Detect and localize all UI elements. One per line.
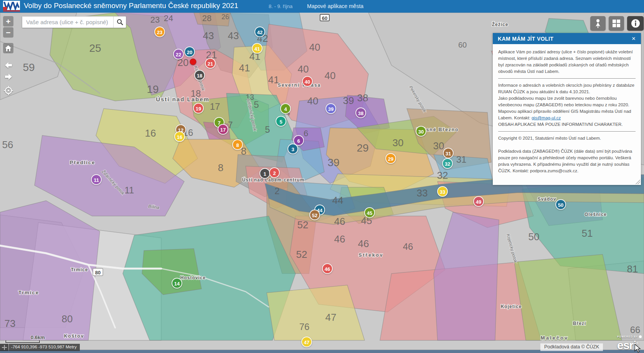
search-input[interactable] — [22, 16, 113, 28]
district-marker-52[interactable]: 52 — [310, 210, 320, 220]
district-marker-32[interactable]: 32 — [443, 158, 452, 168]
district-number-label: 40 — [298, 63, 309, 75]
district-marker-50[interactable]: 50 — [556, 200, 566, 209]
district-marker-5[interactable]: 5 — [276, 116, 286, 126]
previous-extent-button[interactable] — [3, 60, 13, 70]
panel-paragraph-disclaimer: OBSAH APLIKACE MÁ POUZE INFORMATIVNÍ CHA… — [498, 121, 636, 128]
polling-place-tool-button[interactable] — [590, 16, 606, 31]
district-marker-31[interactable]: 31 — [443, 148, 453, 158]
district-marker-41[interactable]: 41 — [252, 43, 262, 53]
place-name-label: Olešnice — [585, 212, 607, 217]
crosshair-icon[interactable] — [0, 344, 8, 351]
district-marker-42[interactable]: 42 — [255, 27, 265, 37]
district-marker-29[interactable]: 29 — [386, 153, 396, 163]
district-marker-19[interactable]: 19 — [193, 103, 203, 113]
info-button[interactable] — [627, 16, 644, 31]
district-marker-22[interactable]: 22 — [173, 49, 183, 59]
district-marker-33[interactable]: 33 — [438, 186, 447, 196]
panel-resize-handle[interactable] — [636, 180, 640, 184]
svg-text:45: 45 — [367, 210, 372, 216]
home-extent-button[interactable] — [3, 43, 13, 53]
grid-icon — [612, 19, 621, 28]
scale-bar: 0.6km — [5, 335, 45, 343]
district-number-label: 28 — [202, 13, 211, 23]
coordinate-readout: -764 910,396 -973 510,987 Metry — [9, 344, 80, 351]
district-number-label: 52 — [296, 249, 307, 260]
district-marker-6[interactable]: 6 — [294, 135, 304, 145]
district-marker-45[interactable]: 45 — [365, 208, 375, 218]
search-button[interactable] — [113, 16, 126, 28]
svg-text:46: 46 — [325, 266, 330, 272]
district-marker-39[interactable]: 39 — [326, 104, 336, 114]
district-marker-20[interactable]: 20 — [185, 47, 195, 57]
district-number-label: 73 — [5, 318, 16, 329]
basemap-gallery-button[interactable] — [609, 16, 624, 31]
district-marker-14[interactable]: 14 — [172, 278, 182, 288]
district-number-label: 40 — [325, 70, 336, 81]
spacer — [498, 142, 636, 148]
district-marker-16[interactable]: 16 — [175, 132, 185, 142]
registered-mark: ® — [636, 342, 638, 346]
page-title: Volby do Poslanecké sněmovny Parlamentu … — [24, 2, 238, 10]
district-marker-3[interactable]: 3 — [288, 144, 298, 154]
place-name-label: Kojetice — [501, 304, 522, 309]
coordinate-widget: -764 910,396 -973 510,987 Metry — [0, 344, 80, 351]
district-region[interactable] — [267, 285, 365, 340]
next-extent-button[interactable] — [3, 71, 13, 82]
district-number-label: 43 — [228, 30, 239, 41]
district-marker-23[interactable]: 23 — [155, 27, 165, 37]
district-marker-30[interactable]: 30 — [416, 126, 426, 136]
svg-text:52: 52 — [312, 213, 317, 218]
place-name-label: Koštov — [64, 333, 84, 339]
map-applications-link[interactable]: Mapové aplikace města — [307, 3, 363, 9]
district-number-label: 81 — [627, 263, 638, 275]
basemap-attribution: Podkladová data © ČÚZK — [540, 343, 603, 351]
district-region[interactable] — [514, 254, 622, 340]
place-name-label: Žežice — [492, 21, 509, 27]
district-marker-38[interactable]: 38 — [356, 108, 366, 118]
district-marker-1[interactable]: 1 — [260, 168, 270, 178]
panel-paragraph-sources: Informace o adresách a volebních okrscíc… — [498, 82, 636, 95]
svg-text:33: 33 — [440, 189, 445, 195]
district-marker-17[interactable]: 17 — [218, 124, 228, 134]
svg-text:32: 32 — [445, 161, 450, 167]
locate-me-button[interactable] — [3, 85, 13, 96]
district-marker-49[interactable]: 49 — [474, 196, 484, 206]
district-number-label: 52 — [297, 219, 309, 231]
zoom-out-button[interactable]: − — [3, 27, 13, 38]
district-marker-47[interactable]: 47 — [302, 337, 312, 347]
place-name-label: Trmice — [71, 267, 88, 272]
powered-by-label: POWERED BY — [617, 335, 638, 338]
info-panel-title: KAM MÁM JÍT VOLIT — [498, 36, 630, 42]
district-number-label: 59 — [23, 61, 35, 73]
district-number-label: 7 — [228, 120, 233, 130]
district-marker-21[interactable]: 21 — [205, 58, 215, 68]
svg-text:40: 40 — [305, 79, 310, 85]
svg-text:30: 30 — [418, 129, 424, 135]
road-shield: 80 — [93, 269, 103, 276]
svg-text:39: 39 — [328, 106, 334, 112]
app-header: Volby do Poslanecké sněmovny Parlamentu … — [0, 0, 644, 13]
district-number-label: 32 — [437, 170, 448, 181]
district-number-label: 33 — [417, 187, 428, 199]
district-number-label: 60 — [458, 41, 467, 49]
district-marker-2[interactable]: 2 — [269, 168, 279, 178]
close-icon[interactable]: × — [630, 35, 637, 43]
district-marker-11[interactable]: 11 — [91, 175, 101, 185]
svg-text:50: 50 — [558, 202, 563, 208]
district-number-label: 26 — [221, 13, 229, 21]
district-marker-4[interactable]: 4 — [281, 104, 291, 114]
application-window: 2324282643434241414120211918171325595616… — [0, 0, 644, 353]
zoom-in-button[interactable]: + — [3, 16, 13, 26]
address-point-marker[interactable] — [190, 59, 196, 65]
district-number-label: 5 — [265, 124, 270, 135]
svg-text:18: 18 — [197, 73, 202, 79]
district-marker-18[interactable]: 18 — [195, 70, 205, 80]
district-marker-46[interactable]: 46 — [322, 264, 332, 274]
person-marker-icon — [594, 19, 602, 28]
district-marker-40[interactable]: 40 — [302, 76, 312, 86]
gis-email-link[interactable]: gis@mag-ul.cz — [532, 115, 561, 120]
divider — [498, 78, 636, 79]
info-panel: KAM MÁM JÍT VOLIT × Aplikace Vám po zadá… — [493, 33, 641, 185]
district-marker-8[interactable]: 8 — [233, 140, 243, 150]
